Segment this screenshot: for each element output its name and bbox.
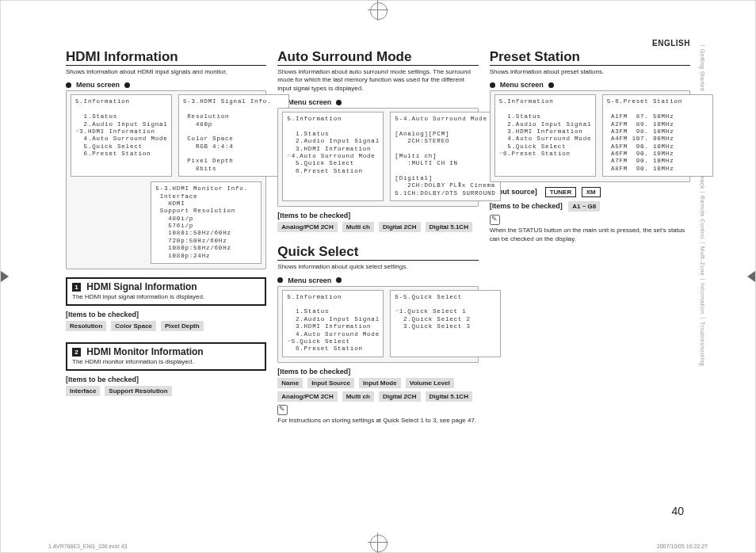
preset-note: When the STATUS button on the main unit …: [490, 227, 690, 244]
hdmi-monitor-chips: Interface Support Resolution: [66, 386, 266, 396]
quick-screen-list: 5-5.Quick Select ☞1.Quick Select 1 2.Qui…: [390, 290, 501, 357]
items-label: [Items to be checked]: [66, 376, 266, 383]
chip-preset-range: A1 ~ G8: [568, 201, 600, 212]
preset-intro: Shows information about preset stations.: [490, 68, 690, 77]
tab-getting-started[interactable]: Getting Started: [700, 45, 705, 94]
bullet-icon: [490, 82, 495, 88]
chip: Name: [277, 378, 303, 388]
quick-intro: Shows information about quick select set…: [277, 263, 478, 272]
tab-information[interactable]: Information: [700, 279, 705, 317]
hdmi-monitor-title: HDMI Monitor Information: [86, 346, 203, 357]
bullet-icon: [548, 82, 554, 88]
chip: Digital 2CH: [379, 391, 421, 402]
bullet-icon: [336, 100, 342, 105]
chip-resolution: Resolution: [66, 321, 106, 331]
preset-screens: 5.Information 1.Status 2.Audio Input Sig…: [490, 90, 690, 182]
badge-2: 2: [72, 348, 81, 357]
chip-interface: Interface: [66, 386, 100, 396]
trim-arrow-right: [747, 271, 755, 282]
hdmi-intro: Shows information about HDMI input signa…: [66, 68, 266, 77]
chip: Analog/PCM 2CH: [277, 391, 337, 402]
hdmi-monitor-box: 2 HDMI Monitor Information The HDMI moni…: [66, 342, 266, 371]
hdmi-screen-menu: 5.Information 1.Status 2.Audio Input Sig…: [71, 94, 172, 177]
chip: Digital 5.1CH: [426, 222, 472, 232]
hdmi-screen-monitor: 5-3.HDMI Monitor Info. Interface HDMI Su…: [151, 181, 262, 264]
auto-chips: Analog/PCM 2CH Multi ch Digital 2CH Digi…: [277, 222, 478, 232]
preset-title: Preset Station: [490, 50, 690, 66]
col-middle: Auto Surround Mode Shows information abo…: [277, 50, 478, 425]
menu-label: Menu screen: [500, 81, 544, 89]
crop-mark-bottom: [368, 532, 388, 553]
hdmi-signal-chips: Resolution Color Space Pixel Depth: [66, 321, 266, 331]
bullet-icon: [336, 277, 342, 283]
chip-support-resolution: Support Resolution: [105, 386, 171, 396]
menu-label: Menu screen: [288, 276, 331, 284]
quick-menu-header: Menu screen: [277, 276, 478, 284]
source-xm: XM: [582, 187, 601, 197]
items-label: [Items to be checked]: [277, 368, 478, 376]
menu-label: Menu screen: [76, 81, 120, 89]
auto-screen-mode: 5-4.Auto Surround Mode [Analog][PCM] 2CH…: [390, 112, 501, 201]
col-hdmi: HDMI Information Shows information about…: [66, 50, 266, 425]
preset-items-row: [Items to be checked] A1 ~ G8: [490, 202, 690, 210]
chip: Digital 2CH: [379, 222, 421, 232]
chip: Digital 5.1CH: [426, 391, 472, 402]
side-tabs: Getting Started Connections Setup Playba…: [700, 45, 716, 369]
auto-menu-header: Menu screen: [277, 98, 478, 106]
items-label: [Items to be checked]: [277, 212, 478, 219]
page-number: 40: [671, 505, 684, 517]
chip-color-space: Color Space: [111, 321, 156, 331]
note-icon: [277, 405, 288, 415]
menu-label: Menu screen: [288, 98, 331, 106]
items-label: [Items to be checked]: [66, 311, 266, 318]
preset-screen-list: 5-6.Preset Station A1FM 87. 50MHz A2FM 8…: [602, 94, 713, 177]
source-tuner: TUNER: [545, 187, 577, 197]
chip: Input Mode: [359, 378, 401, 388]
hdmi-menu-header: Menu screen: [66, 81, 266, 89]
footer-slug-left: 1.AVR788E3_ENG_108.indd 43: [48, 543, 128, 549]
footer-slug-right: 2007/10/05 16:22:27: [657, 543, 708, 549]
hdmi-signal-box: 1 HDMI Signal Information The HDMI input…: [66, 277, 266, 306]
auto-screens: 5.Information 1.Status 2.Audio Input Sig…: [277, 108, 478, 207]
badge-1: 1: [72, 283, 81, 292]
quick-title: Quick Select: [277, 245, 478, 261]
hdmi-signal-caption: The HDMI input signal information is dis…: [72, 293, 260, 300]
input-source-row: [Input source] TUNER XM: [490, 187, 690, 197]
hdmi-monitor-caption: The HDMI monitor information is displaye…: [72, 358, 260, 365]
hdmi-signal-title: HDMI Signal Information: [86, 281, 197, 292]
note-icon: [490, 215, 500, 225]
chip: Multi ch: [342, 222, 374, 232]
quick-screens: 5.Information 1.Status 2.Audio Input Sig…: [277, 286, 478, 363]
chip: Analog/PCM 2CH: [277, 222, 337, 232]
col-preset: Preset Station Shows information about p…: [490, 50, 690, 425]
auto-screen-menu: 5.Information 1.Status 2.Audio Input Sig…: [282, 112, 384, 201]
language-label: ENGLISH: [652, 39, 690, 48]
content-area: ENGLISH HDMI Information Shows informati…: [66, 39, 690, 521]
hdmi-screens: 5.Information 1.Status 2.Audio Input Sig…: [66, 90, 266, 269]
auto-title: Auto Surround Mode: [277, 50, 478, 66]
bullet-icon: [124, 82, 130, 88]
chip-pixel-depth: Pixel Depth: [161, 321, 204, 331]
chip: Volume Level: [406, 378, 454, 388]
quick-chips-1: Name Input Source Input Mode Volume Leve…: [277, 378, 478, 388]
bullet-icon: [66, 82, 71, 88]
trim-arrow-left: [1, 271, 9, 282]
hdmi-screen-signal: 5-3.HDMI Signal Info. Resolution 480p Co…: [178, 94, 289, 177]
quick-chips-2: Analog/PCM 2CH Multi ch Digital 2CH Digi…: [277, 391, 478, 402]
preset-menu-header: Menu screen: [490, 81, 690, 89]
hdmi-title: HDMI Information: [66, 50, 266, 66]
page: Getting Started Connections Setup Playba…: [0, 0, 756, 553]
quick-screen-menu: 5.Information 1.Status 2.Audio Input Sig…: [282, 290, 384, 357]
preset-screen-menu: 5.Information 1.Status 2.Audio Input Sig…: [494, 94, 596, 177]
items-label: [Items to be checked]: [490, 202, 563, 210]
chip: Multi ch: [342, 391, 374, 402]
crop-mark-top: [368, 0, 388, 21]
quick-note: For instructions on storing settings at …: [277, 417, 478, 425]
tab-multi-zone[interactable]: Multi-Zone: [700, 242, 705, 279]
tab-remote-control[interactable]: Remote Control: [700, 192, 705, 242]
auto-intro: Shows information about auto surround mo…: [277, 68, 478, 93]
tab-troubleshooting[interactable]: Troubleshooting: [700, 318, 705, 369]
chip: Input Source: [307, 378, 354, 388]
bullet-icon: [277, 277, 283, 283]
